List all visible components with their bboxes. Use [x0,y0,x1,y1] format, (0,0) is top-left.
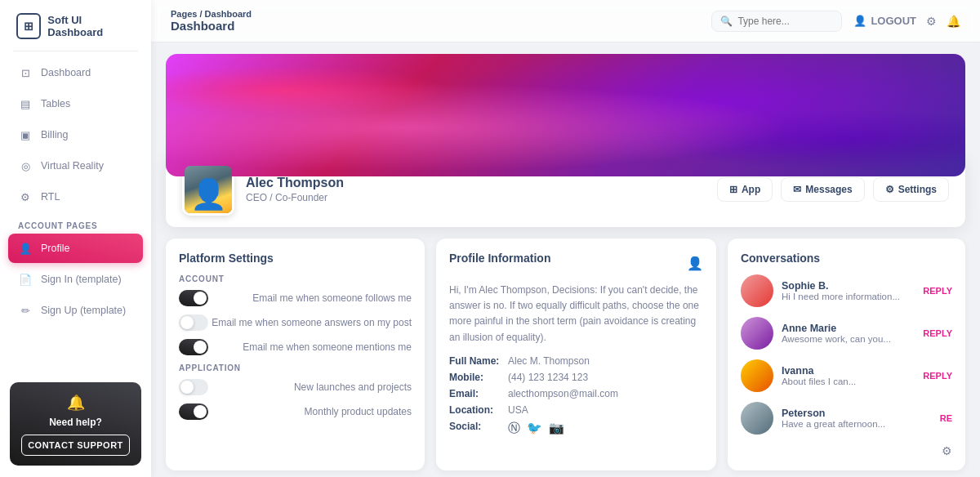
conv-body: Anne Marie Awesome work, can you... [782,323,915,344]
toggle-switch[interactable] [179,403,208,420]
virtual-reality-nav-label: Virtual Reality [41,160,104,172]
twitter-icon[interactable]: 🐦 [527,421,542,435]
page-title: Dashboard [171,19,252,33]
sidebar-item-rtl[interactable]: ⚙RTL [8,182,143,212]
settings-item: New launches and projects [179,379,412,395]
conversation-item: Peterson Have a great afternoon... RE [741,402,952,435]
profile-nav-label: Profile [41,243,69,254]
app-label: App [742,184,760,195]
sign-in-nav-label: Sign In (template) [41,274,122,285]
profile-field: Full Name:Alec M. Thompson [449,355,703,367]
sidebar-help: 🔔 Need help? CONTACT SUPPORT [10,382,141,466]
settings-item-label: New launches and projects [294,381,412,393]
conv-avatar [741,317,773,350]
app-button[interactable]: ⊞ App [717,177,773,202]
toggle-switch[interactable] [179,290,208,306]
billing-nav-label: Billing [41,129,68,140]
settings-item: Email me when someone answers on my post [179,314,412,331]
toggle-knob [194,341,207,354]
profile-field: Social: Ⓝ 🐦 📷 [449,421,703,436]
reply-button[interactable]: RE [940,413,952,423]
rtl-nav-label: RTL [41,191,60,203]
conv-name: Peterson [782,408,932,419]
profile-nav-icon: 👤 [18,241,33,256]
settings-icon[interactable]: ⚙ [926,15,937,28]
search-input[interactable] [737,16,833,27]
conversations-title: Conversations [741,252,952,265]
sidebar-item-profile[interactable]: 👤Profile [8,234,143,263]
profile-info-title: Profile Information [449,252,550,265]
facebook-icon[interactable]: Ⓝ [508,421,520,436]
conv-name: Sophie B. [782,280,915,292]
toggle-switch[interactable] [179,379,208,395]
toggle-switch[interactable] [179,314,208,331]
contact-support-button[interactable]: CONTACT SUPPORT [21,435,130,456]
bell-icon[interactable]: 🔔 [947,15,960,28]
sign-up-nav-label: Sign Up (template) [41,305,126,316]
settings-label: Settings [898,184,937,195]
content-area: Alec Thompson CEO / Co-Founder ⊞ App ✉ M… [151,42,980,477]
logout-button[interactable]: 👤 LOGOUT [853,15,916,27]
toggle-slider [179,339,208,355]
instagram-icon[interactable]: 📷 [549,421,564,435]
sidebar-item-dashboard[interactable]: ⊡Dashboard [8,58,143,87]
conv-body: Peterson Have a great afternoon... [782,408,932,429]
messages-button[interactable]: ✉ Messages [781,177,864,202]
sidebar-item-tables[interactable]: ▤Tables [8,89,143,118]
breadcrumb: Pages / Dashboard Dashboard [171,9,252,33]
virtual-reality-nav-icon: ◎ [18,158,33,173]
settings-item: Email me when someone follows me [179,290,412,306]
field-value: Alec M. Thompson [508,355,590,367]
field-value: (44) 123 1234 123 [508,372,588,383]
sidebar-item-billing[interactable]: ▣Billing [8,120,143,149]
settings-item-label: Email me when someone answers on my post [212,317,412,328]
field-key: Mobile: [449,372,508,383]
profile-field: Location:USA [449,404,703,416]
settings-btn-icon: ⚙ [885,184,894,195]
logout-label: LOGOUT [871,15,916,27]
field-key: Full Name: [449,355,508,367]
settings-button[interactable]: ⚙ Settings [873,177,949,202]
sidebar-item-sign-in[interactable]: 📄Sign In (template) [8,265,143,294]
conv-avatar [741,359,773,392]
toggle-switch[interactable] [179,339,208,355]
conversation-item: Sophie B. Hi I need more information... … [741,274,952,307]
platform-settings-panel: Platform Settings ACCOUNT Email me when … [166,238,425,470]
conv-preview: Have a great afternoon... [782,419,932,429]
search-icon: 🔍 [720,16,733,27]
social-icons: Ⓝ 🐦 📷 [508,421,564,436]
topbar: Pages / Dashboard Dashboard 🔍 👤 LOGOUT ⚙… [151,0,980,42]
toggle-knob [194,405,207,418]
field-value: alecthompson@mail.com [508,388,618,399]
conversation-item: Ivanna About files I can... REPLY [741,359,952,392]
topbar-actions: 👤 LOGOUT ⚙ 🔔 [853,15,960,28]
hero-waves [166,54,965,176]
edit-profile-icon[interactable]: 👤 [687,256,703,271]
conversation-item: Anne Marie Awesome work, can you... REPL… [741,317,952,350]
application-section-label: APPLICATION [179,363,412,372]
toggle-slider [179,403,208,420]
field-key: Social: [449,421,508,432]
help-title: Need help? [21,417,130,428]
settings-item-label: Email me when someone mentions me [243,341,412,353]
reply-button[interactable]: REPLY [923,328,952,338]
reply-button[interactable]: REPLY [923,286,952,296]
profile-field: Mobile:(44) 123 1234 123 [449,372,703,383]
settings-item: Monthly product updates [179,403,412,420]
conv-body: Ivanna About files I can... [782,365,915,386]
reply-button[interactable]: REPLY [923,371,952,381]
dashboard-nav-icon: ⊡ [18,65,33,80]
conv-avatar [741,274,773,307]
rtl-nav-icon: ⚙ [18,189,33,204]
conversations-gear-icon[interactable]: ⚙ [942,444,952,457]
account-toggles: Email me when someone follows me Email m… [179,290,412,355]
sidebar-item-sign-up[interactable]: ✏Sign Up (template) [8,296,143,325]
sidebar-item-virtual-reality[interactable]: ◎Virtual Reality [8,151,143,181]
conv-body: Sophie B. Hi I need more information... [782,280,915,301]
main-content: Pages / Dashboard Dashboard 🔍 👤 LOGOUT ⚙… [151,0,980,477]
profile-info-panel: Profile Information 👤 Hi, I'm Alec Thomp… [436,238,716,470]
conv-avatar [741,402,773,435]
conv-preview: Awesome work, can you... [782,334,915,344]
user-icon: 👤 [853,15,866,27]
tables-nav-icon: ▤ [18,96,33,111]
